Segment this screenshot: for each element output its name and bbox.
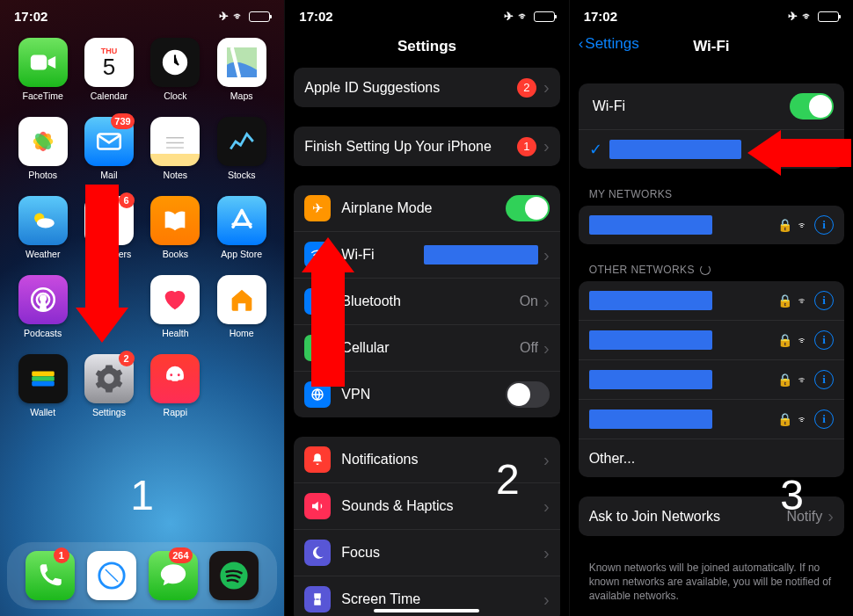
dock-spotify[interactable] (209, 551, 259, 600)
status-bar: 17:02 ✈ᯤ (285, 0, 568, 29)
clock-icon (150, 38, 200, 87)
wifi-signal-icon: ᯤ (798, 373, 809, 387)
svg-point-9 (37, 218, 55, 228)
wifi-name-redacted (424, 245, 538, 265)
chevron-right-icon: › (543, 136, 550, 156)
focus-icon (304, 540, 331, 566)
network-name-redacted (609, 140, 741, 159)
row-label: Airplane Mode (341, 200, 505, 216)
info-button[interactable]: i (814, 215, 834, 235)
row-label: Bluetooth (341, 294, 519, 309)
network-name-redacted (589, 215, 712, 235)
dock-safari[interactable] (87, 551, 136, 600)
app-label: Maps (230, 91, 253, 101)
appstore-icon (217, 196, 266, 245)
lock-icon: 🔒 (777, 373, 792, 387)
app-podcasts[interactable]: Podcasts (12, 275, 73, 338)
row-label: Focus (341, 545, 543, 561)
app-weather[interactable]: Weather (12, 196, 73, 259)
info-button[interactable]: i (814, 409, 834, 429)
chevron-right-icon: › (543, 245, 550, 265)
nav-title: Settings (285, 29, 568, 68)
info-button[interactable]: i (814, 330, 834, 350)
app-home[interactable]: Home (211, 275, 272, 338)
section-my-networks: MY NETWORKS (570, 188, 853, 206)
svg-rect-16 (32, 372, 55, 377)
network-name-redacted (589, 291, 712, 310)
row-network[interactable]: 🔒ᯤi (579, 399, 844, 438)
app-photos[interactable]: Photos (12, 117, 73, 180)
row-network[interactable]: 🔒ᯤi (579, 281, 844, 320)
rappi-icon (150, 354, 200, 403)
group-ask-join: Ask to Join Networks Notify › (579, 496, 844, 536)
spotify-icon (209, 551, 259, 600)
row-network[interactable]: 🔒ᯤi (579, 320, 844, 359)
app-wallet[interactable]: Wallet (12, 354, 73, 417)
row-airplane-mode[interactable]: ✈ Airplane Mode (294, 185, 559, 231)
books-icon (150, 196, 200, 245)
app-label: Podcasts (24, 328, 62, 338)
row-label: VPN (341, 387, 505, 402)
battery-icon (249, 11, 270, 22)
row-finish-setup[interactable]: Finish Setting Up Your iPhone 1 › (294, 127, 559, 166)
app-stocks[interactable]: Stocks (211, 117, 272, 180)
vpn-toggle[interactable] (506, 381, 550, 408)
row-label: Screen Time (341, 591, 543, 607)
wifi-signal-icon: ᯤ (798, 219, 809, 232)
home-icon (217, 275, 266, 324)
app-calendar[interactable]: THU5Calendar (78, 38, 139, 101)
row-sounds[interactable]: Sounds & Haptics› (294, 482, 559, 529)
app-clock[interactable]: Clock (145, 38, 206, 101)
wifi-toggle[interactable] (790, 93, 834, 120)
back-button[interactable]: ‹Settings (579, 35, 639, 53)
wifi-icon: ᯤ (518, 10, 529, 23)
group-my-networks: 🔒 ᯤ i (579, 206, 844, 244)
app-label: Settings (92, 407, 126, 417)
health-icon (150, 275, 200, 324)
dock-messages[interactable]: 264 (149, 551, 198, 600)
row-focus[interactable]: Focus› (294, 529, 559, 576)
row-notifications[interactable]: Notifications› (294, 437, 559, 482)
step-number: 3 (780, 471, 804, 519)
app-label: Photos (28, 170, 57, 180)
app-appstore[interactable]: App Store (211, 196, 272, 259)
row-other[interactable]: Other... (579, 438, 844, 477)
wallet-icon (18, 354, 68, 403)
app-facetime[interactable]: FaceTime (12, 38, 73, 101)
home-indicator[interactable] (374, 609, 479, 612)
app-label: Notes (164, 170, 187, 180)
app-label: Calendar (91, 91, 128, 101)
row-appleid-suggestions[interactable]: Apple ID Suggestions 2 › (294, 68, 559, 107)
chevron-right-icon: › (543, 77, 550, 98)
chevron-right-icon: › (543, 338, 550, 359)
row-label: Apple ID Suggestions (304, 80, 517, 96)
app-settings[interactable]: 2Settings (78, 354, 139, 417)
wifi-icon: ᯤ (233, 10, 244, 23)
app-notes[interactable]: Notes (145, 117, 206, 180)
lock-icon: 🔒 (777, 333, 792, 347)
row-ask-to-join[interactable]: Ask to Join Networks Notify › (579, 496, 844, 536)
panel-home: 17:02 ✈ ᯤ FaceTime THU5Calendar Clock Ma… (0, 0, 284, 616)
info-button[interactable]: i (814, 291, 834, 310)
app-mail[interactable]: 739Mail (78, 117, 139, 180)
info-button[interactable]: i (814, 370, 834, 389)
app-rappi[interactable]: Rappi (145, 354, 206, 417)
row-network[interactable]: 🔒ᯤi (579, 359, 844, 399)
app-label: Health (162, 328, 188, 338)
row-value: On (520, 294, 538, 309)
app-maps[interactable]: Maps (211, 38, 272, 101)
dock-phone[interactable]: 1 (26, 551, 75, 600)
app-health[interactable]: Health (145, 275, 206, 338)
network-name-redacted (589, 370, 712, 389)
calendar-icon: THU5 (84, 38, 134, 87)
stocks-icon (217, 117, 266, 166)
group-other-networks: 🔒ᯤi 🔒ᯤi 🔒ᯤi 🔒ᯤi Other... (579, 281, 844, 477)
app-label: Stocks (228, 170, 256, 180)
group-finish-setup: Finish Setting Up Your iPhone 1 › (294, 127, 559, 166)
app-books[interactable]: Books (145, 196, 206, 259)
app-label: Books (163, 249, 188, 259)
row-label: Ask to Join Networks (589, 509, 787, 525)
row-wifi-toggle[interactable]: Wi-Fi (579, 83, 844, 129)
row-network[interactable]: 🔒 ᯤ i (579, 206, 844, 244)
airplane-toggle[interactable] (506, 195, 550, 221)
